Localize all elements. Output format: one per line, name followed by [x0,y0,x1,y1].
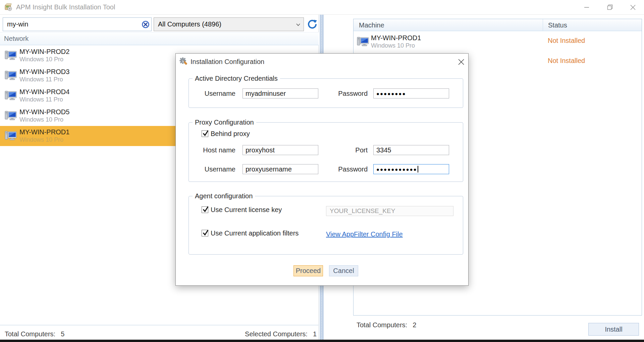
total-computers-label: Total Computers: [357,321,407,329]
status-badge: Not Installed [548,37,585,45]
behind-proxy-label: Behind proxy [211,130,250,138]
text-caret [418,166,418,173]
refresh-icon [307,19,317,29]
total-computers-value: 5 [61,330,64,338]
computer-os: Windows 10 Pro [19,56,63,63]
proxy-configuration-legend: Proxy Configuration [193,119,256,126]
checkmark-icon [203,206,209,213]
clear-search-icon[interactable] [142,21,149,28]
left-status-bar: Total Computers: 5 Selected Computers: 1 [0,328,319,340]
password-dots: ●●●●●●●● [376,91,406,96]
use-license-key-checkbox[interactable] [202,206,208,213]
search-input[interactable] [3,17,152,31]
install-button-label: Install [605,326,622,333]
proxy-host-label: Host name [189,145,235,155]
machine-name: MY-WIN-PROD1 [371,34,421,42]
view-appfilter-config-link[interactable]: View AppFilter Config File [326,230,403,238]
computer-icon [5,70,17,81]
installation-configuration-dialog: Installation Configuration Active Direct… [175,53,469,286]
window-bottom-edge [0,340,644,342]
password-dots: ●●●●●●●●●●● [376,166,417,172]
refresh-button[interactable] [306,18,318,30]
proxy-host-input[interactable] [243,145,318,155]
computer-filter-dropdown[interactable]: All Computers (4896) [154,17,304,31]
machine-os: Windows 10 Pro [371,42,415,49]
checkmark-icon [203,130,209,137]
app-icon [4,3,13,11]
ad-password-label: Password [321,88,368,98]
close-icon [630,5,636,10]
selected-computers-label: Selected Computers: [245,330,308,338]
status-bar-divider [0,325,319,325]
active-directory-legend: Active Directory Credentials [193,75,280,82]
proxy-password-input[interactable]: ●●●●●●●●●●● [373,164,449,174]
right-status-bar: Total Computers: 2 [357,321,416,329]
computer-icon [5,130,17,141]
license-key-input[interactable] [326,206,453,216]
network-group-header: Network [0,32,319,45]
maximize-restore-button[interactable] [600,0,620,15]
install-button[interactable]: Install [588,323,639,336]
ad-password-input[interactable]: ●●●●●●●● [373,88,449,98]
ad-username-input[interactable] [243,88,318,98]
computer-name: MY-WIN-PROD4 [19,88,69,96]
status-badge: Not Installed [548,57,585,65]
ad-username-label: Username [189,88,235,98]
title-bar: APM Insight Bulk Installation Tool [0,0,644,15]
dialog-close-button[interactable] [457,58,466,66]
computer-icon [5,110,17,121]
proceed-button[interactable]: Proceed [293,265,323,276]
table-row[interactable]: MY-WIN-PROD1 Windows 10 Pro Not Installe… [354,31,642,52]
total-computers-value: 2 [413,321,416,329]
computer-os: Windows 11 Pro [19,76,63,83]
configuration-gear-icon [179,57,188,66]
column-header-status-label: Status [548,21,567,29]
computer-icon [5,90,17,101]
cancel-button-label: Cancel [333,267,354,275]
agent-configuration-legend: Agent configuration [193,192,255,200]
computer-icon [5,50,17,61]
maximize-restore-icon [607,4,613,10]
proxy-password-label: Password [321,164,368,174]
selected-computers-value: 1 [313,330,317,338]
use-app-filters-checkbox[interactable] [202,230,208,236]
chevron-down-icon [296,23,300,26]
table-header: Machine Status [354,19,642,31]
computer-icon [357,36,369,47]
dialog-title: Installation Configuration [191,58,264,66]
use-license-key-label: Use Current license key [211,206,282,214]
proxy-port-input[interactable] [373,145,449,155]
network-group-label: Network [4,35,29,43]
computer-os: Windows 10 Pro [19,136,63,143]
minimize-icon [584,5,589,10]
cancel-button[interactable]: Cancel [329,265,358,276]
total-computers-label: Total Computers: [5,330,55,338]
use-app-filters-label: Use Current application filters [211,229,299,237]
computer-os: Windows 11 Pro [19,96,63,103]
filter-selected-value: All Computers (4896) [158,20,221,28]
proceed-button-label: Proceed [296,267,321,275]
computer-name: MY-WIN-PROD2 [19,48,69,56]
proxy-port-label: Port [321,145,368,155]
behind-proxy-checkbox[interactable] [202,130,208,137]
close-window-button[interactable] [623,0,643,15]
computer-name: MY-WIN-PROD5 [19,108,69,116]
window-title: APM Insight Bulk Installation Tool [16,3,115,11]
application-window: APM Insight Bulk Installation Tool All C… [0,0,644,342]
agent-configuration-group [189,196,463,255]
minimize-button[interactable] [577,0,596,15]
checkmark-icon [203,229,209,236]
computer-name: MY-WIN-PROD3 [19,68,69,76]
column-header-status[interactable]: Status [543,19,642,31]
proxy-username-label: Username [189,164,235,174]
close-icon [458,59,465,65]
computer-name: MY-WIN-PROD1 [19,128,69,136]
computer-os: Windows 10 Pro [19,116,63,123]
column-header-machine[interactable]: Machine [359,21,384,29]
proxy-username-input[interactable] [243,164,318,174]
